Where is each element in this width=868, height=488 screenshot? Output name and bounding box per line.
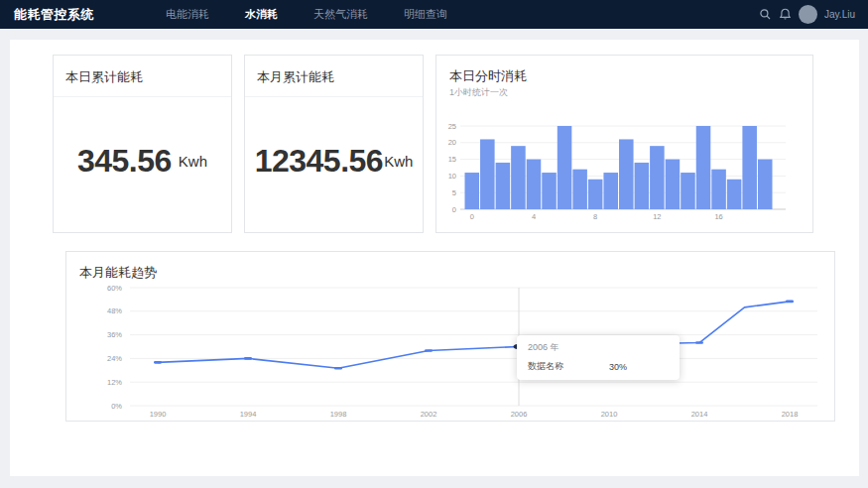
y-axis-tick-label: 0 [452,205,456,214]
month-total-energy-card: 本月累计能耗 12345.56 Kwh [244,55,424,233]
nav-item-water[interactable]: 水消耗 [245,7,278,22]
x-axis-tick-label: 0 [470,212,474,221]
y-axis-tick-label: 15 [448,155,456,164]
x-axis-tick-label: 1998 [330,410,347,419]
x-axis-tick-label: 1994 [240,410,257,419]
bar-hour-6[interactable] [558,126,572,209]
bell-icon[interactable] [779,8,792,21]
month-energy-value: 12345.56 [255,143,383,180]
bar-hour-16[interactable] [711,170,726,209]
hourly-consumption-card: 本日分时消耗 1小时统计一次 05101520250481216 [435,55,813,233]
hourly-bar-chart: 05101520250481216 [438,113,807,228]
nav-item-gas[interactable]: 天然气消耗 [313,7,368,22]
top-navigation-bar: 能耗管控系统 电能消耗 水消耗 天然气消耗 明细查询 Jay.Liu [0,0,868,29]
bar-hour-13[interactable] [666,160,681,209]
y-axis-tick-label: 25 [448,122,456,131]
card-title: 本日累计能耗 [54,56,231,96]
content-panel: 本日累计能耗 345.56 Kwh 本月累计能耗 12345.56 Kwh 本日… [10,40,859,476]
x-axis-tick-label: 2006 [511,410,528,419]
y-axis-tick-label: 10 [448,172,456,181]
main-nav: 电能消耗 水消耗 天然气消耗 明细查询 [166,7,447,22]
app-title: 能耗管控系统 [14,6,94,24]
stat-value-block: 12345.56 Kwh [245,97,423,224]
x-axis-tick-label: 8 [593,212,597,221]
bar-hour-14[interactable] [681,173,695,209]
data-point-marker[interactable] [334,367,342,370]
x-axis-tick-label: 2002 [421,410,437,419]
data-point-marker[interactable] [786,301,794,304]
bar-hour-18[interactable] [742,126,757,209]
today-energy-value: 345.56 [77,143,172,180]
bar-hour-9[interactable] [603,173,618,209]
bar-hour-12[interactable] [650,146,665,209]
bar-hour-10[interactable] [619,139,634,209]
today-energy-unit: Kwh [179,153,207,170]
header-right-group: Jay.Liu [759,5,855,24]
data-point-marker[interactable] [154,361,162,364]
x-axis-tick-label: 2014 [691,410,708,419]
y-axis-tick-label: 20 [448,138,456,147]
bar-hour-2[interactable] [496,163,511,209]
nav-item-detail-query[interactable]: 明细查询 [404,7,447,22]
bar-hour-7[interactable] [572,170,587,209]
bar-hour-8[interactable] [588,180,603,209]
y-axis-tick-label: 12% [107,378,122,387]
tooltip-value: 30% [609,362,627,372]
x-axis-tick-label: 4 [532,212,536,221]
tooltip-series-name: 数据名称 [528,360,563,373]
stat-value-block: 345.56 Kwh [54,97,231,224]
x-axis-tick-label: 2010 [601,410,618,419]
monthly-trend-line-chart: 0%12%24%36%48%60%19901994199820022006201… [66,280,832,421]
y-axis-tick-label: 36% [107,330,122,339]
y-axis-tick-label: 24% [107,354,122,363]
y-axis-tick-label: 48% [107,306,122,315]
month-energy-unit: Kwh [384,153,413,170]
x-axis-tick-label: 2018 [782,410,799,419]
x-axis-tick-label: 16 [714,212,722,221]
x-axis-tick-label: 1990 [150,410,167,419]
bar-hour-3[interactable] [511,146,526,209]
bar-hour-1[interactable] [480,139,495,209]
user-avatar[interactable] [799,5,817,24]
bar-hour-0[interactable] [465,173,480,209]
nav-item-electricity[interactable]: 电能消耗 [166,7,209,22]
bar-hour-19[interactable] [758,160,773,209]
search-icon[interactable] [759,8,772,21]
data-point-marker[interactable] [244,357,252,360]
bar-hour-17[interactable] [727,180,742,209]
bar-hour-4[interactable] [527,160,542,209]
y-axis-tick-label: 60% [107,284,122,293]
y-axis-tick-label: 5 [452,188,456,197]
card-title: 本日分时消耗 [449,67,527,85]
x-axis-tick-label: 12 [653,212,661,221]
today-total-energy-card: 本日累计能耗 345.56 Kwh [53,55,232,233]
y-axis-tick-label: 0% [111,402,122,411]
chart-tooltip: 2006 年 数据名称 30% [517,335,680,380]
bar-hour-5[interactable] [542,173,557,209]
data-point-marker[interactable] [425,349,433,352]
bar-hour-15[interactable] [696,126,711,209]
tooltip-title: 2006 年 [528,341,669,354]
user-name: Jay.Liu [824,9,855,20]
bar-hour-11[interactable] [635,163,650,209]
monthly-trend-card: 本月能耗趋势 0%12%24%36%48%60%1990199419982002… [65,251,835,422]
card-subtitle: 1小时统计一次 [449,86,508,99]
card-title: 本月累计能耗 [245,56,423,96]
data-point-marker[interactable] [695,341,703,344]
